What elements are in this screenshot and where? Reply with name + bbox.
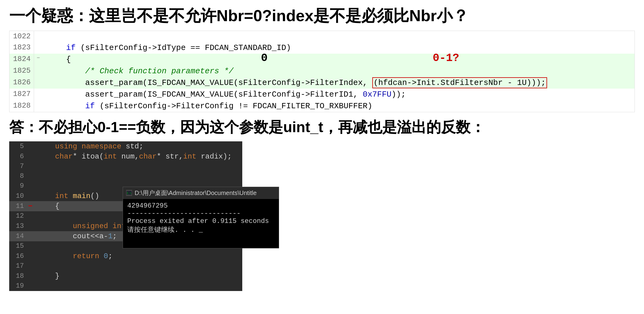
terminal-process-line: Process exited after 0.9115 seconds xyxy=(127,217,274,225)
dark-line-6: 6 char* itoa(int num,char* str,int radix… xyxy=(9,151,242,162)
terminal-continue-line: 请按任意键继续. . . _ xyxy=(127,225,274,234)
dark-line-5: 5 using namespace std; xyxy=(9,141,242,151)
dark-line-16: 16 return 0; xyxy=(9,251,242,261)
terminal-body: 4294967295 ---------------------------- … xyxy=(123,199,279,248)
dark-line-7: 7 xyxy=(9,162,242,171)
terminal-popup: C:\ D:\用户桌面\Administrator\Documents\Unti… xyxy=(123,187,279,248)
terminal-icon: C:\ xyxy=(126,190,132,196)
code-block-dark: 5 using namespace std; 6 char* itoa(int … xyxy=(9,141,242,291)
annotation-zero: 0 xyxy=(261,52,268,64)
code-line-1022: 1022 xyxy=(10,31,634,42)
dark-line-17: 17 xyxy=(9,261,242,271)
dark-line-8: 8 xyxy=(9,171,242,181)
bottom-area: 5 using namespace std; 6 char* itoa(int … xyxy=(9,141,635,291)
answer-section: 答：不必担心0-1==负数，因为这个参数是uint_t，再减也是溢出的反数： xyxy=(9,118,635,137)
code-line-1826: 1826 assert_param(IS_FDCAN_MAX_VALUE(sFi… xyxy=(10,77,634,89)
svg-text:C:\: C:\ xyxy=(127,192,132,195)
code-line-1828: 1828 if (sFilterConfig->FilterConfig != … xyxy=(10,100,634,112)
terminal-divider-line: ---------------------------- xyxy=(127,210,274,217)
terminal-output-number: 4294967295 xyxy=(127,202,274,210)
dark-line-18: 18 } xyxy=(9,271,242,281)
terminal-title-text: D:\用户桌面\Administrator\Documents\Untitle xyxy=(135,189,257,197)
answer-title: 答：不必担心0-1==负数，因为这个参数是uint_t，再减也是溢出的反数： xyxy=(9,119,485,135)
title-section: 一个疑惑：这里岂不是不允许Nbr=0?index是不是必须比Nbr小？ xyxy=(9,6,635,25)
code-line-1827: 1827 assert_param(IS_FDCAN_MAX_VALUE(sFi… xyxy=(10,89,634,100)
code-line-1823: 1823 if (sFilterConfig->IdType == FDCAN_… xyxy=(10,42,634,54)
annotation-question: 0-1? xyxy=(433,52,459,64)
terminal-titlebar: C:\ D:\用户桌面\Administrator\Documents\Unti… xyxy=(123,187,279,199)
dark-line-19: 19 xyxy=(9,281,242,291)
dark-ide-container: 5 using namespace std; 6 char* itoa(int … xyxy=(9,141,242,291)
page-title: 一个疑惑：这里岂不是不允许Nbr=0?index是不是必须比Nbr小？ xyxy=(9,7,469,25)
code-line-1825: 1825 /* Check function parameters */ xyxy=(10,65,634,77)
page-container: 一个疑惑：这里岂不是不允许Nbr=0?index是不是必须比Nbr小？ 0 0-… xyxy=(0,0,644,314)
code-line-1824: 1824 − { xyxy=(10,54,634,65)
code-block-1: 0 0-1? 1022 1823 if (sFilterConfig->IdTy… xyxy=(9,31,635,112)
